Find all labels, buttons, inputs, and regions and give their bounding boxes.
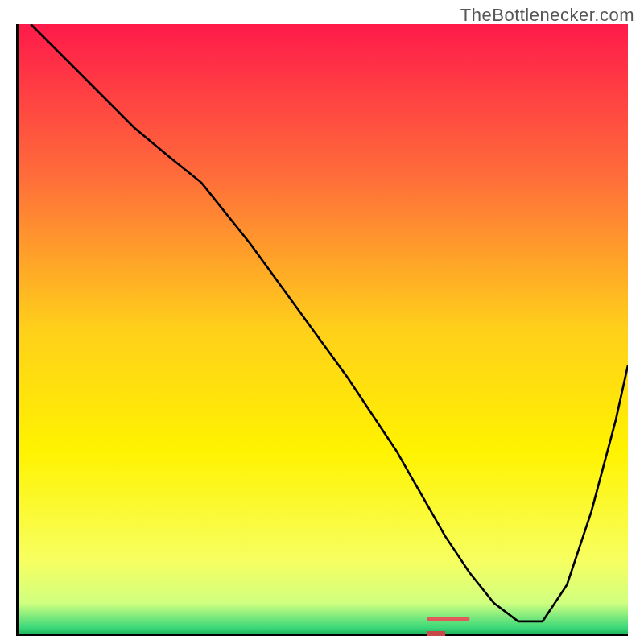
optimal-marker xyxy=(427,617,488,621)
chart-plot-area xyxy=(16,24,628,636)
plot-inner xyxy=(19,24,628,634)
optimal-marker-left xyxy=(427,617,469,621)
watermark-text: TheBottlenecker.com xyxy=(460,5,634,26)
optimal-marker-right xyxy=(427,631,445,636)
chart-line-layer xyxy=(19,24,628,634)
bottleneck-curve xyxy=(31,24,628,621)
